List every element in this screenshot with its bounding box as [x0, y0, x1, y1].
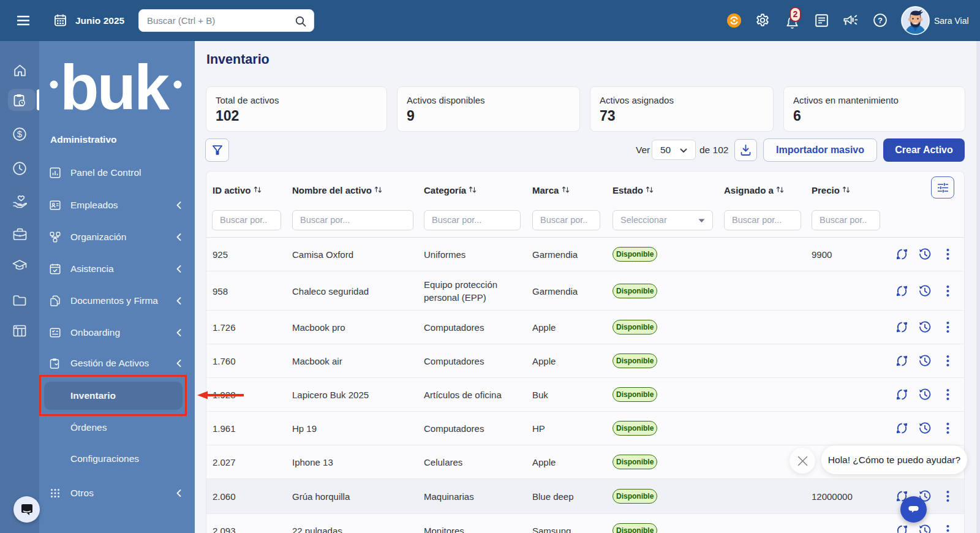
svg-text:$: $	[17, 129, 23, 139]
svg-text:?: ?	[878, 16, 883, 25]
svg-text:buk: buk	[60, 53, 170, 123]
